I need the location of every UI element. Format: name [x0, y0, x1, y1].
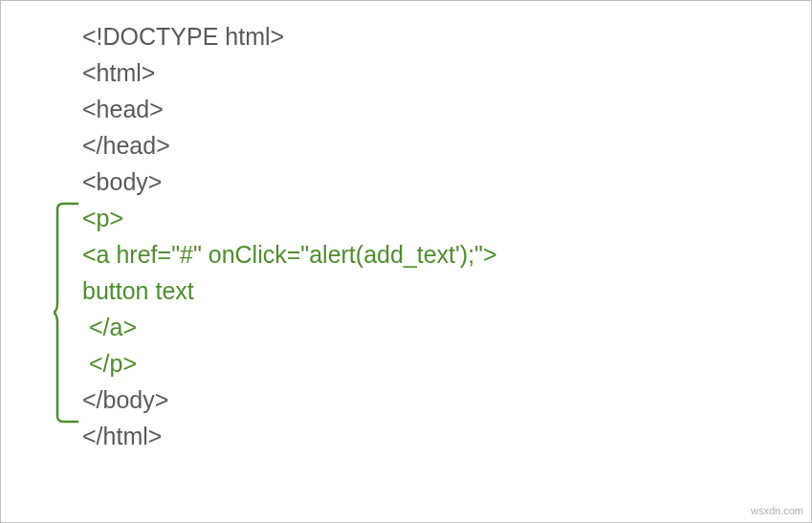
code-line: </html>: [82, 418, 497, 454]
code-line: <!DOCTYPE html>: [82, 18, 497, 54]
highlighted-code-line: <p>: [82, 200, 497, 236]
highlighted-code-line: button text: [82, 272, 497, 309]
code-line: <html>: [82, 54, 497, 91]
highlighted-code-line: </p>: [82, 345, 497, 381]
code-line: <body>: [82, 163, 497, 200]
highlighted-code-line: <a href="#" onClick="alert(add_text');">: [82, 236, 497, 272]
code-line: <head>: [82, 91, 497, 127]
watermark-text: wsxdn.com: [751, 505, 803, 516]
code-line: </body>: [82, 381, 497, 418]
grouping-bracket: [54, 202, 78, 424]
code-line: </head>: [82, 127, 497, 163]
code-block: <!DOCTYPE html> <html> <head> </head> <b…: [82, 18, 497, 454]
highlighted-code-line: </a>: [82, 309, 497, 345]
